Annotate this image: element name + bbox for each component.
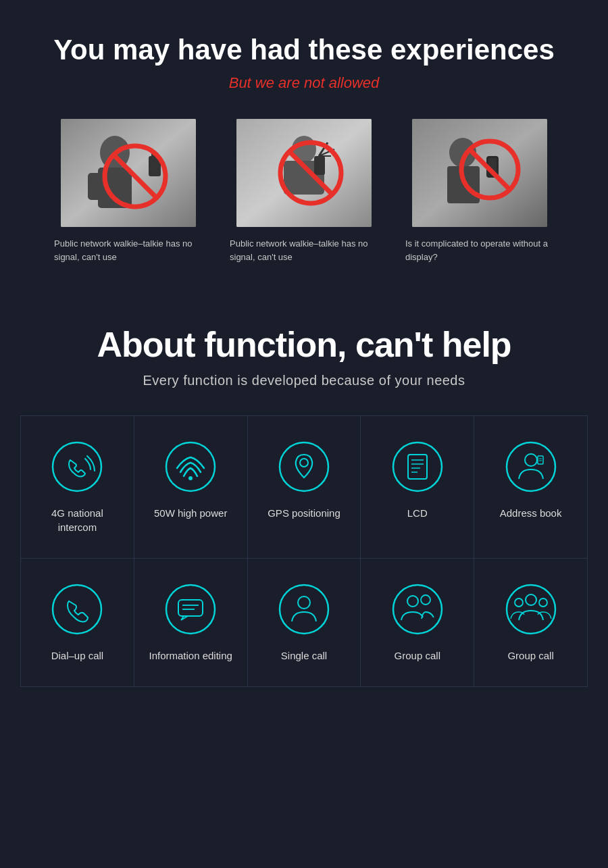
feature-label-lcd: LCD	[407, 506, 428, 520]
function-subtitle: Every function is developed because of y…	[20, 373, 588, 388]
experience-caption-3: Is it complicated to operate without a d…	[405, 237, 554, 263]
svg-point-47	[393, 585, 442, 634]
svg-point-25	[166, 442, 215, 491]
groupcall-icon-1	[390, 582, 445, 636]
feature-label-dialcall: Dial–up call	[51, 648, 104, 663]
feature-label-groupcall-2: Group call	[507, 648, 553, 663]
svg-rect-37	[538, 456, 543, 464]
experiences-section: You may have had these experiences But w…	[0, 0, 608, 290]
svg-rect-30	[408, 455, 427, 479]
addressbook-icon	[504, 440, 558, 494]
power-icon	[163, 440, 218, 494]
features-grid: 4G national intercom 50W high power GP	[20, 415, 588, 687]
svg-rect-11	[314, 156, 325, 175]
feature-singlecall: Single call	[248, 559, 361, 687]
svg-point-26	[188, 476, 193, 480]
experience-caption-2: Public network walkie–talkie has no sign…	[230, 237, 378, 263]
feature-addressbook: Address book	[474, 416, 588, 559]
svg-point-53	[539, 598, 547, 607]
subtitle-red: But we are not allowed	[20, 74, 588, 92]
feature-label-infoedit: Information editing	[149, 648, 232, 663]
groupcall-icon-2	[504, 582, 558, 636]
intercom-icon	[50, 440, 104, 494]
svg-point-48	[407, 596, 418, 607]
feature-label-50w: 50W high power	[154, 506, 227, 520]
feature-label-singlecall: Single call	[281, 648, 327, 663]
svg-point-29	[393, 442, 442, 491]
main-title: You may have had these experiences	[20, 34, 588, 66]
feature-4g-intercom: 4G national intercom	[21, 416, 134, 559]
singlecall-icon	[277, 582, 331, 636]
svg-point-46	[298, 596, 310, 609]
feature-label-groupcall-1: Group call	[395, 648, 440, 663]
experience-item-1: Public network walkie–talkie has no sign…	[54, 119, 203, 263]
experience-item-2: Public network walkie–talkie has no sign…	[230, 119, 378, 263]
infoedit-icon	[163, 582, 218, 636]
feature-groupcall-1: Group call	[361, 559, 474, 687]
svg-rect-42	[178, 600, 203, 616]
gps-icon	[277, 440, 331, 494]
feature-gps: GPS positioning	[248, 416, 361, 559]
feature-label-intercom: 4G national intercom	[31, 506, 124, 534]
feature-50w: 50W high power	[134, 416, 248, 559]
experiences-grid: Public network walkie–talkie has no sign…	[20, 119, 588, 263]
svg-point-36	[525, 454, 537, 466]
svg-point-40	[53, 585, 101, 634]
feature-groupcall-2: Group call	[474, 559, 588, 687]
svg-point-51	[526, 594, 536, 605]
experience-image-2	[236, 119, 372, 227]
svg-rect-3	[88, 173, 101, 200]
svg-point-52	[515, 598, 523, 607]
feature-label-addressbook: Address book	[500, 506, 562, 520]
svg-point-28	[300, 459, 308, 467]
feature-dialcall: Dial–up call	[21, 559, 134, 687]
dialcall-icon	[50, 582, 104, 636]
experience-image-3	[412, 119, 547, 227]
functions-section: About function, can't help Every functio…	[0, 290, 608, 687]
experience-caption-1: Public network walkie–talkie has no sign…	[54, 237, 203, 263]
svg-point-50	[507, 585, 555, 634]
feature-lcd: LCD	[361, 416, 474, 559]
function-title: About function, can't help	[20, 324, 588, 365]
experience-item-3: Is it complicated to operate without a d…	[405, 119, 554, 263]
svg-point-49	[421, 595, 430, 605]
experience-image-1	[61, 119, 196, 227]
feature-infoedit: Information editing	[134, 559, 248, 687]
feature-label-gps: GPS positioning	[268, 506, 340, 520]
lcd-icon	[390, 440, 445, 494]
